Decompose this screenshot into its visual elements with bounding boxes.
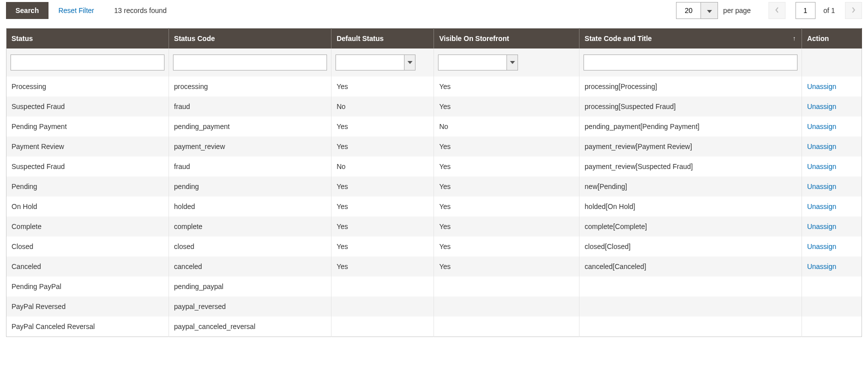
table-row[interactable]: CanceledcanceledYesYescanceled[Canceled]… (6, 256, 862, 276)
table-row[interactable]: ClosedclosedYesYesclosed[Closed]Unassign (6, 236, 862, 256)
chevron-left-icon (775, 7, 779, 14)
status-code-cell: paypal_reversed (169, 296, 332, 316)
table-row[interactable]: Payment Reviewpayment_reviewYesYespaymen… (6, 136, 862, 156)
page-size-select[interactable] (676, 2, 718, 19)
status-code-cell: pending_payment (169, 116, 332, 136)
unassign-link[interactable]: Unassign (807, 222, 836, 230)
default-status-cell (332, 276, 434, 296)
table-row[interactable]: On HoldholdedYesYesholded[On Hold]Unassi… (6, 196, 862, 216)
table-row[interactable]: PendingpendingYesYesnew[Pending]Unassign (6, 176, 862, 196)
default-status-cell: No (332, 156, 434, 176)
visible-storefront-cell: No (434, 116, 580, 136)
filter-cell (580, 48, 802, 76)
visible-storefront-cell: Yes (434, 236, 580, 256)
svg-marker-0 (707, 10, 712, 13)
status-code-cell: pending (169, 176, 332, 196)
default-status-cell (332, 296, 434, 316)
table-row[interactable]: CompletecompleteYesYescomplete[Complete]… (6, 216, 862, 236)
table-header-row: StatusStatus CodeDefault StatusVisible O… (6, 28, 862, 49)
page-size-dropdown-button[interactable] (700, 2, 718, 18)
default-status-cell: Yes (332, 236, 434, 256)
table-row[interactable]: Suspected FraudfraudNoYesprocessing[Susp… (6, 96, 862, 116)
filter-input[interactable] (173, 54, 327, 70)
status-cell: PayPal Reversed (6, 296, 169, 316)
column-header[interactable]: Status Code (169, 28, 332, 49)
status-cell: Pending (6, 176, 169, 196)
filter-cell (6, 48, 169, 76)
filter-input[interactable] (10, 54, 164, 70)
status-cell: Payment Review (6, 136, 169, 156)
state-code-cell (580, 296, 802, 316)
action-cell: Unassign (802, 96, 862, 116)
toolbar: Search Reset Filter 13 records found per… (6, 0, 862, 28)
unassign-link[interactable]: Unassign (807, 262, 836, 270)
visible-storefront-cell: Yes (434, 176, 580, 196)
default-status-cell: Yes (332, 216, 434, 236)
default-status-cell: Yes (332, 76, 434, 96)
state-code-cell: canceled[Canceled] (580, 256, 802, 276)
table-row[interactable]: Pending Paymentpending_paymentYesNopendi… (6, 116, 862, 136)
status-code-cell: closed (169, 236, 332, 256)
status-cell: Canceled (6, 256, 169, 276)
prev-page-button[interactable] (768, 2, 786, 19)
page-size-input[interactable] (676, 2, 700, 18)
column-header[interactable]: Status (6, 28, 169, 49)
filter-cell (169, 48, 332, 76)
chevron-down-icon (404, 55, 415, 70)
status-cell: Suspected Fraud (6, 156, 169, 176)
status-cell: PayPal Canceled Reversal (6, 316, 169, 337)
action-cell: Unassign (802, 216, 862, 236)
table-row[interactable]: PayPal Canceled Reversalpaypal_canceled_… (6, 316, 862, 337)
unassign-link[interactable]: Unassign (807, 242, 836, 250)
pager: per page of 1 (676, 2, 862, 19)
unassign-link[interactable]: Unassign (807, 142, 836, 150)
unassign-link[interactable]: Unassign (807, 102, 836, 110)
status-code-cell: canceled (169, 256, 332, 276)
table-filter-row (6, 48, 862, 76)
filter-select[interactable] (438, 54, 518, 70)
default-status-cell: Yes (332, 256, 434, 276)
unassign-link[interactable]: Unassign (807, 162, 836, 170)
search-button[interactable]: Search (6, 2, 48, 19)
next-page-button[interactable] (845, 2, 862, 19)
table-row[interactable]: ProcessingprocessingYesYesprocessing[Pro… (6, 76, 862, 96)
visible-storefront-cell (434, 276, 580, 296)
visible-storefront-cell: Yes (434, 256, 580, 276)
column-header[interactable]: Default Status (332, 28, 434, 49)
status-code-cell: payment_review (169, 136, 332, 156)
sort-asc-icon: ↑ (792, 35, 796, 42)
default-status-cell (332, 316, 434, 337)
filter-input[interactable] (584, 54, 798, 70)
status-cell: Pending Payment (6, 116, 169, 136)
default-status-cell: Yes (332, 116, 434, 136)
status-code-cell: processing (169, 76, 332, 96)
state-code-cell (580, 276, 802, 296)
action-cell: Unassign (802, 136, 862, 156)
state-code-cell: processing[Suspected Fraud] (580, 96, 802, 116)
reset-filter-button[interactable]: Reset Filter (58, 2, 94, 18)
column-header[interactable]: Action (802, 28, 862, 49)
chevron-down-icon (506, 55, 518, 70)
filter-cell (802, 48, 862, 76)
records-found-label: 13 records found (114, 6, 166, 14)
unassign-link[interactable]: Unassign (807, 202, 836, 210)
unassign-link[interactable]: Unassign (807, 122, 836, 130)
state-code-cell: complete[Complete] (580, 216, 802, 236)
order-status-grid: StatusStatus CodeDefault StatusVisible O… (6, 28, 862, 337)
action-cell (802, 276, 862, 296)
unassign-link[interactable]: Unassign (807, 182, 836, 190)
state-code-cell: new[Pending] (580, 176, 802, 196)
current-page-input[interactable] (796, 2, 816, 19)
table-row[interactable]: Pending PayPalpending_paypal (6, 276, 862, 296)
unassign-link[interactable]: Unassign (807, 82, 836, 90)
column-header[interactable]: State Code and Title↑ (580, 28, 802, 49)
status-cell: Suspected Fraud (6, 96, 169, 116)
table-row[interactable]: Suspected FraudfraudNoYespayment_review[… (6, 156, 862, 176)
status-code-cell: fraud (169, 96, 332, 116)
action-cell: Unassign (802, 116, 862, 136)
filter-select[interactable] (336, 54, 416, 70)
table-row[interactable]: PayPal Reversedpaypal_reversed (6, 296, 862, 316)
visible-storefront-cell: Yes (434, 96, 580, 116)
column-header[interactable]: Visible On Storefront (434, 28, 580, 49)
chevron-down-icon (707, 7, 712, 14)
